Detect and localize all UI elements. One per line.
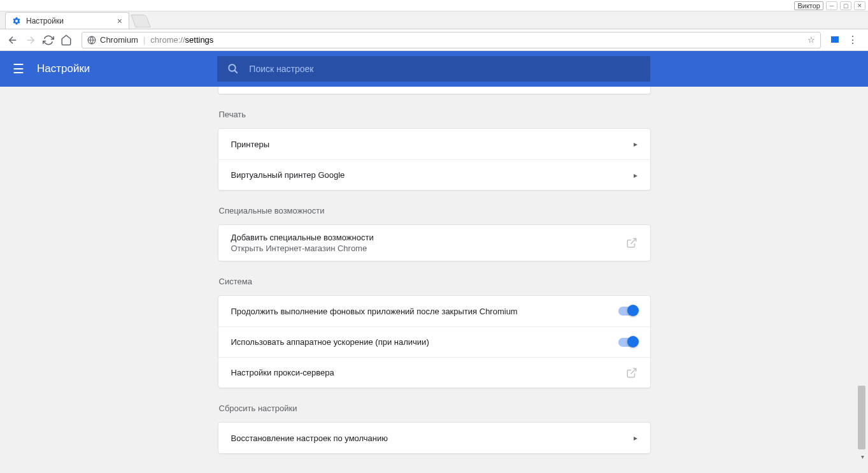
forward-button[interactable] bbox=[24, 34, 37, 47]
bookmark-star-icon[interactable]: ☆ bbox=[808, 35, 815, 45]
row-label: Добавить специальные возможности bbox=[231, 233, 626, 242]
svg-point-1 bbox=[229, 64, 236, 71]
tab-close-button[interactable]: × bbox=[117, 16, 122, 26]
background-apps-toggle[interactable] bbox=[618, 307, 637, 316]
settings-header: ☰ Настройки bbox=[0, 51, 868, 87]
chevron-right-icon: ▸ bbox=[634, 433, 637, 442]
page-title: Настройки bbox=[37, 62, 90, 75]
settings-content: Печать Принтеры ▸ Виртуальный принтер Go… bbox=[0, 87, 868, 473]
scrollbar-track[interactable] bbox=[858, 87, 867, 462]
window-maximize-button[interactable]: ▢ bbox=[840, 1, 851, 10]
external-link-icon bbox=[626, 367, 637, 379]
row-sublabel: Открыть Интернет-магазин Chrome bbox=[231, 244, 626, 253]
site-name: Chromium bbox=[100, 35, 138, 45]
print-card: Принтеры ▸ Виртуальный принтер Google ▸ bbox=[218, 128, 651, 191]
section-header-accessibility: Специальные возможности bbox=[218, 193, 651, 224]
hardware-accel-toggle[interactable] bbox=[618, 338, 637, 347]
external-link-icon bbox=[626, 237, 637, 249]
previous-card-fragment bbox=[218, 87, 651, 94]
url-path: settings bbox=[185, 35, 214, 45]
omnibox-divider: | bbox=[143, 35, 145, 45]
restore-defaults-row[interactable]: Восстановление настроек по умолчанию ▸ bbox=[218, 423, 650, 453]
row-label: Принтеры bbox=[231, 140, 634, 149]
window-close-button[interactable]: ✕ bbox=[854, 1, 865, 10]
browser-tab-settings[interactable]: Настройки × bbox=[5, 12, 129, 29]
proxy-settings-row[interactable]: Настройки прокси-сервера bbox=[218, 357, 650, 388]
section-header-print: Печать bbox=[218, 97, 651, 128]
site-info-icon[interactable] bbox=[87, 36, 96, 45]
search-input[interactable] bbox=[249, 64, 640, 74]
scrollbar-thumb[interactable] bbox=[858, 386, 865, 449]
tab-title: Настройки bbox=[26, 17, 64, 25]
home-button[interactable] bbox=[60, 34, 73, 47]
user-profile-label[interactable]: Виктор bbox=[794, 1, 823, 10]
background-apps-row[interactable]: Продолжить выполнение фоновых приложений… bbox=[218, 296, 650, 326]
window-minimize-button[interactable]: ─ bbox=[826, 1, 837, 10]
system-card: Продолжить выполнение фоновых приложений… bbox=[218, 295, 651, 388]
section-header-reset: Сбросить настройки bbox=[218, 391, 651, 422]
settings-search-box[interactable] bbox=[217, 56, 650, 82]
chevron-right-icon: ▸ bbox=[634, 171, 637, 180]
scroll-down-arrow-icon[interactable]: ▾ bbox=[858, 453, 866, 460]
row-label: Настройки прокси-сервера bbox=[231, 368, 626, 377]
reload-button[interactable] bbox=[42, 34, 55, 47]
gear-icon bbox=[12, 17, 21, 25]
tab-strip: Настройки × bbox=[0, 11, 868, 29]
row-label: Восстановление настроек по умолчанию bbox=[231, 433, 634, 443]
address-bar[interactable]: Chromium | chrome://settings ☆ bbox=[82, 32, 821, 48]
accessibility-card: Добавить специальные возможности Открыть… bbox=[218, 224, 651, 261]
browser-menu-button[interactable]: ⋮ bbox=[846, 34, 859, 46]
section-header-system: Система bbox=[218, 264, 651, 295]
new-tab-button[interactable] bbox=[131, 15, 150, 27]
extension-icon[interactable] bbox=[830, 35, 840, 45]
row-label: Использовать аппаратное ускорение (при н… bbox=[231, 337, 618, 347]
reset-card: Восстановление настроек по умолчанию ▸ bbox=[218, 422, 651, 454]
add-accessibility-row[interactable]: Добавить специальные возможности Открыть… bbox=[218, 225, 650, 261]
row-label: Продолжить выполнение фоновых приложений… bbox=[231, 307, 618, 316]
row-label: Виртуальный принтер Google bbox=[231, 170, 634, 180]
back-button[interactable] bbox=[6, 34, 19, 47]
cloud-print-row[interactable]: Виртуальный принтер Google ▸ bbox=[218, 159, 650, 190]
hamburger-menu-icon[interactable]: ☰ bbox=[13, 61, 24, 76]
window-titlebar: Виктор ─ ▢ ✕ bbox=[0, 0, 868, 11]
printers-row[interactable]: Принтеры ▸ bbox=[218, 129, 650, 159]
url-scheme: chrome:// bbox=[150, 35, 185, 45]
chevron-right-icon: ▸ bbox=[634, 140, 637, 149]
search-icon bbox=[227, 63, 239, 75]
browser-toolbar: Chromium | chrome://settings ☆ ⋮ bbox=[0, 29, 868, 51]
hardware-accel-row[interactable]: Использовать аппаратное ускорение (при н… bbox=[218, 326, 650, 357]
